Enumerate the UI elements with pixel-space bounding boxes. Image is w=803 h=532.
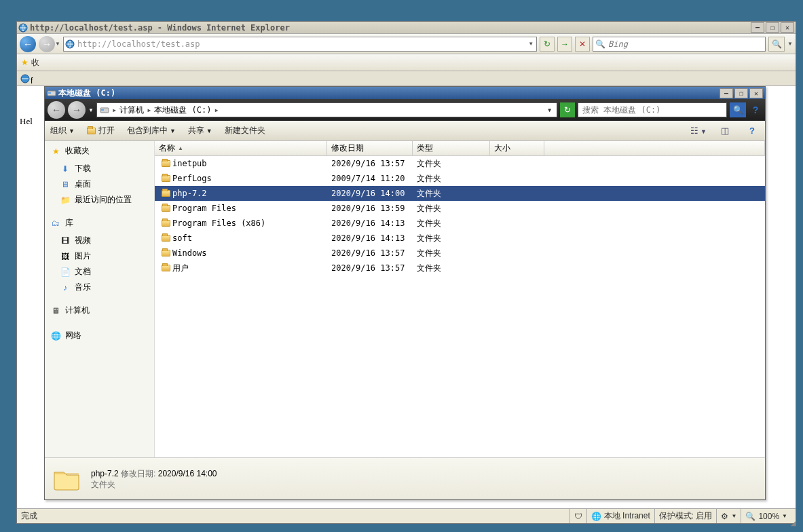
exp-maximize-button[interactable]: ❐ xyxy=(734,88,748,98)
file-row[interactable]: soft2020/9/16 14:13文件夹 xyxy=(155,231,765,246)
network-icon: 🌐 xyxy=(50,331,61,341)
explorer-body: ★ 收藏夹 ⬇下载 🖥桌面 📁最近访问的位置 🗂 库 🎞视频 🖼图片 📄文档 ♪… xyxy=(45,141,765,457)
page-body-text: Hel xyxy=(20,116,33,127)
column-name[interactable]: 名称▲ xyxy=(155,141,327,155)
favorites-label[interactable]: 收 xyxy=(31,57,39,69)
search-go-button[interactable]: 🔍 xyxy=(768,37,785,52)
status-protect: 保护模式: 启用 xyxy=(654,509,717,523)
stop-button[interactable]: ✕ xyxy=(575,37,590,52)
ie-window: http://localhost/test.asp - Windows Inte… xyxy=(16,21,796,524)
exp-back-button[interactable]: ← xyxy=(48,101,65,119)
details-folder-icon xyxy=(52,464,81,494)
folder-icon xyxy=(159,220,172,227)
help-button[interactable]: ? xyxy=(749,104,762,115)
file-row[interactable]: php-7.22020/9/16 14:00文件夹 xyxy=(155,186,765,201)
explorer-toolbar: 组织▼ 打开 包含到库中▼ 共享▼ 新建文件夹 ☷▼ ◫ ? xyxy=(45,121,765,141)
sidebar-desktop[interactable]: 🖥桌面 xyxy=(45,176,154,192)
file-type: 文件夹 xyxy=(417,233,494,244)
column-headers: 名称▲ 修改日期 类型 大小 xyxy=(155,141,765,156)
zoom-icon: 🔍 xyxy=(745,512,755,521)
resize-grip[interactable]: ◢ xyxy=(791,519,796,527)
minimize-button[interactable]: — xyxy=(751,22,764,33)
url-text[interactable]: http://localhost/test.asp xyxy=(76,39,525,49)
go-button[interactable]: → xyxy=(557,37,572,52)
column-date[interactable]: 修改日期 xyxy=(327,141,413,155)
search-input[interactable] xyxy=(607,39,765,50)
column-type[interactable]: 类型 xyxy=(413,141,490,155)
exp-forward-button[interactable]: → xyxy=(68,101,86,119)
search-provider-dropdown-icon[interactable]: ▼ xyxy=(787,41,793,47)
sidebar-network[interactable]: 🌐 网络 xyxy=(45,326,154,345)
sidebar-music[interactable]: ♪音乐 xyxy=(45,280,154,295)
ie-titlebar[interactable]: http://localhost/test.asp - Windows Inte… xyxy=(17,22,796,34)
exp-search-button[interactable]: 🔍 xyxy=(730,102,746,117)
details-type: 文件夹 xyxy=(91,479,217,490)
exp-search[interactable] xyxy=(578,102,727,117)
sidebar-videos[interactable]: 🎞视频 xyxy=(45,233,154,248)
sidebar-downloads[interactable]: ⬇下载 xyxy=(45,161,154,176)
new-folder-button[interactable]: 新建文件夹 xyxy=(225,125,265,136)
open-button[interactable]: 打开 xyxy=(87,125,115,136)
breadcrumb-sep: ▸ xyxy=(214,105,219,115)
sidebar: ★ 收藏夹 ⬇下载 🖥桌面 📁最近访问的位置 🗂 库 🎞视频 🖼图片 📄文档 ♪… xyxy=(45,141,155,457)
search-box[interactable]: 🔍 xyxy=(593,37,766,52)
organize-menu[interactable]: 组织▼ xyxy=(50,125,75,136)
file-date: 2020/9/16 14:00 xyxy=(331,189,417,198)
file-row[interactable]: Program Files2020/9/16 13:59文件夹 xyxy=(155,201,765,216)
include-library-menu[interactable]: 包含到库中▼ xyxy=(127,125,176,136)
status-zoom[interactable]: 🔍100% ▼ xyxy=(741,509,791,523)
recent-icon: 📁 xyxy=(60,195,71,205)
file-row[interactable]: Windows2020/9/16 13:57文件夹 xyxy=(155,246,765,261)
sidebar-documents[interactable]: 📄文档 xyxy=(45,264,154,280)
sidebar-computer[interactable]: 🖥 计算机 xyxy=(45,301,154,320)
exp-history-dropdown-icon[interactable]: ▼ xyxy=(88,107,94,113)
view-menu-icon[interactable]: ☷▼ xyxy=(690,126,705,136)
folder-icon xyxy=(159,190,172,197)
file-row[interactable]: inetpub2020/9/16 13:57文件夹 xyxy=(155,156,765,171)
column-size[interactable]: 大小 xyxy=(490,141,544,155)
file-name: Windows xyxy=(172,248,331,258)
exp-minimize-button[interactable]: — xyxy=(720,88,733,98)
sidebar-libraries[interactable]: 🗂 库 xyxy=(45,213,154,233)
exp-close-button[interactable]: ✕ xyxy=(749,88,763,98)
svg-rect-4 xyxy=(48,92,51,94)
exp-search-input[interactable] xyxy=(581,104,724,115)
file-row[interactable]: PerfLogs2009/7/14 11:20文件夹 xyxy=(155,171,765,186)
sidebar-favorites[interactable]: ★ 收藏夹 xyxy=(45,141,154,161)
file-row[interactable]: 用户2020/9/16 13:57文件夹 xyxy=(155,261,765,276)
svg-rect-6 xyxy=(101,109,104,111)
maximize-button[interactable]: ❐ xyxy=(766,22,779,33)
breadcrumb-computer[interactable]: 计算机 xyxy=(119,104,144,116)
preview-pane-icon[interactable]: ◫ xyxy=(717,126,732,136)
explorer-titlebar[interactable]: 本地磁盘 (C:) — ❐ ✕ xyxy=(45,87,765,99)
breadcrumb-drive[interactable]: 本地磁盘 (C:) xyxy=(154,104,211,116)
file-date: 2009/7/14 11:20 xyxy=(331,174,417,183)
forward-button[interactable]: → xyxy=(39,36,55,52)
tab-label[interactable]: f xyxy=(31,76,33,86)
ie-status-bar: 完成 🛡 🌐本地 Intranet 保护模式: 启用 ⚙▼ 🔍100% ▼ xyxy=(17,508,796,523)
file-name: soft xyxy=(172,233,331,243)
help-icon[interactable]: ? xyxy=(745,126,760,136)
breadcrumb[interactable]: ▸ 计算机 ▸ 本地磁盘 (C:) ▸ ▼ xyxy=(96,102,557,117)
back-button[interactable]: ← xyxy=(20,36,36,52)
exp-refresh-button[interactable]: ↻ xyxy=(560,102,575,117)
address-bar[interactable]: http://localhost/test.asp ▼ xyxy=(63,37,537,52)
status-zone[interactable]: 🌐本地 Intranet xyxy=(586,509,654,523)
refresh-button[interactable]: ↻ xyxy=(540,37,555,52)
sidebar-recent[interactable]: 📁最近访问的位置 xyxy=(45,192,154,208)
status-done: 完成 xyxy=(21,510,37,522)
file-type: 文件夹 xyxy=(417,248,494,259)
star-icon: ★ xyxy=(50,147,61,156)
details-name: php-7.2 xyxy=(91,469,119,478)
status-addons-icon[interactable]: ⚙▼ xyxy=(716,509,741,523)
breadcrumb-dropdown-icon[interactable]: ▼ xyxy=(545,107,554,113)
tab-icon[interactable] xyxy=(20,74,31,86)
folder-icon xyxy=(87,128,96,134)
sidebar-pictures[interactable]: 🖼图片 xyxy=(45,248,154,264)
share-menu[interactable]: 共享▼ xyxy=(188,125,212,136)
history-dropdown-icon[interactable]: ▼ xyxy=(55,41,60,47)
status-popup-icon[interactable]: 🛡 xyxy=(569,509,586,523)
url-dropdown-icon[interactable]: ▼ xyxy=(525,41,536,47)
file-row[interactable]: Program Files (x86)2020/9/16 14:13文件夹 xyxy=(155,216,765,231)
close-button[interactable]: ✕ xyxy=(781,22,794,33)
